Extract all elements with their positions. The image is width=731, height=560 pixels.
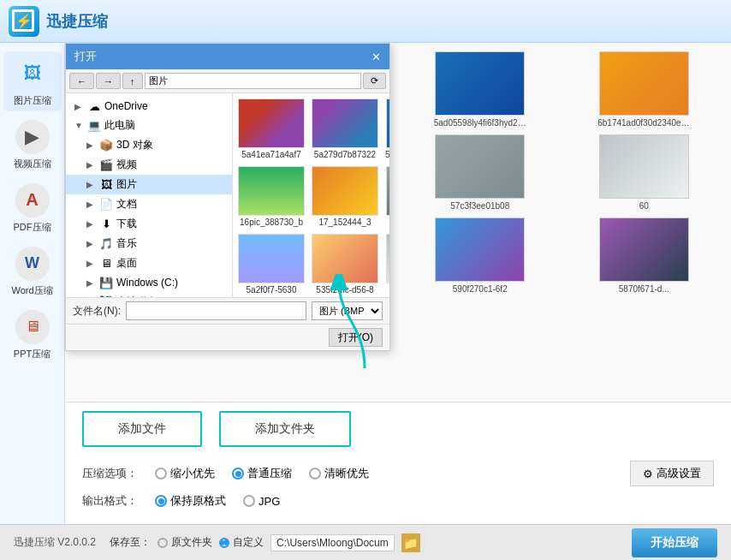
file-thumb-9[interactable]: 5a2f0f7-5630 [236, 232, 306, 296]
radio-clear-circle [309, 468, 321, 480]
file-browser-nav: ← → ↑ 图片 ⟳ [66, 69, 389, 93]
tree-item-pictures[interactable]: ▶ 🖼 图片 [66, 175, 232, 194]
sidebar-label-ppt: PPT压缩 [14, 348, 51, 360]
tree-item-windows-c[interactable]: ▶ 💾 Windows (C:) [66, 273, 232, 292]
nav-back-button[interactable]: ← [69, 73, 94, 89]
file-thumb-3[interactable]: 5ad05598ly4fi6f3hyd2xj21hc0u07wh(1) [383, 97, 389, 161]
file-browser-title: 打开 [74, 49, 97, 64]
status-bar: 迅捷压缩 V2.0.0.2 保存至： 原文件夹 自定义 C:\Users\Mlo… [0, 524, 731, 560]
tree-panel: ▶ ☁ OneDrive ▼ 💻 此电脑 ▶ 📦 3D 对象 [66, 93, 233, 297]
sidebar-item-word[interactable]: W Word压缩 [3, 241, 62, 301]
nav-refresh-button[interactable]: ⟳ [363, 73, 386, 89]
file-thumb-11[interactable]: 590f270c1-6f2 [383, 232, 389, 296]
sidebar-item-image[interactable]: 🖼 图片压缩 [3, 51, 62, 111]
pdf-icon: A [15, 183, 50, 217]
tree-label-video: 视频 [116, 158, 137, 172]
add-folder-button[interactable]: 添加文件夹 [219, 411, 351, 447]
file-thumb-2[interactable]: 5a279d7b87322 [310, 97, 380, 161]
radio-small-circle [155, 468, 167, 480]
output-format-label: 输出格式： [82, 493, 138, 509]
image-icon: 🖼 [15, 57, 50, 91]
tree-label-downloads: 下载 [116, 217, 137, 231]
tree-item-3d[interactable]: ▶ 📦 3D 对象 [66, 135, 232, 155]
file-thumb-10[interactable]: 535f2dfc-d56-8 [310, 232, 380, 296]
tree-item-music[interactable]: ▶ 🎵 音乐 [66, 234, 232, 253]
3d-icon: 📦 [98, 139, 114, 152]
file-browser-dialog: 打开 ✕ ← → ↑ 图片 ⟳ ▶ ☁ [65, 43, 390, 351]
expand-arrow: ▶ [74, 102, 86, 111]
compression-radio-group: 缩小优先 普通压缩 清晰优先 [155, 466, 369, 481]
nav-up-button[interactable]: ↑ [122, 73, 143, 89]
original-folder-label: 原文件夹 [171, 535, 212, 550]
tree-item-downloads[interactable]: ▶ ⬇ 下载 [66, 214, 232, 234]
radio-orig-circle [157, 538, 168, 548]
radio-small-label: 缩小优先 [170, 466, 215, 481]
open-button[interactable]: 打开(O) [329, 328, 383, 347]
ppt-icon: 🖥 [15, 310, 50, 344]
file-thumb-7[interactable]: 57c3f3ee01b08 [383, 164, 389, 229]
arrow-docs: ▶ [86, 200, 98, 209]
radio-clear-label: 清晰优先 [324, 466, 369, 481]
advanced-settings-button[interactable]: ⚙ 高级设置 [630, 461, 714, 486]
sidebar-label-pdf: PDF压缩 [14, 221, 51, 234]
radio-original[interactable]: 保持原格式 [155, 493, 226, 509]
browse-folder-button[interactable]: 📁 [401, 533, 420, 552]
downloads-folder-icon: ⬇ [98, 217, 114, 231]
app-title: 迅捷压缩 [46, 11, 108, 32]
music-folder-icon: 🎵 [98, 237, 114, 251]
file-thumb-1[interactable]: 5a41ea71a4af7 [236, 97, 306, 161]
sidebar-item-video[interactable]: ▶ 视频压缩 [3, 115, 62, 175]
version-label: 迅捷压缩 V2.0.0.2 [14, 535, 96, 550]
arrow-downloads: ▶ [86, 219, 98, 229]
save-path: C:\Users\Mloong\Docum [270, 534, 395, 551]
start-button[interactable]: 开始压缩 [632, 528, 717, 557]
radio-original-folder[interactable]: 原文件夹 [157, 535, 212, 550]
filetype-select[interactable]: 图片 (BMP [312, 301, 383, 320]
app-window: 迅捷压缩 🖼 图片压缩 ▶ 视频压缩 A PDF压缩 W Word压缩 🖥 [0, 0, 731, 560]
tree-label-3d: 3D 对象 [116, 138, 153, 152]
radio-small[interactable]: 缩小优先 [155, 466, 215, 481]
arrow-music: ▶ [86, 239, 98, 248]
radio-jpg-label: JPG [259, 495, 280, 508]
thumb-card-11: 590f270c1-6f2 [401, 217, 559, 294]
tree-label-windows-c: Windows (C:) [116, 277, 178, 289]
video-folder-icon: 🎬 [98, 158, 114, 172]
save-options: 保存至： 原文件夹 自定义 C:\Users\Mloong\Docum 📁 [110, 533, 420, 552]
file-browser-body: ▶ ☁ OneDrive ▼ 💻 此电脑 ▶ 📦 3D 对象 [66, 93, 389, 297]
nav-forward-button[interactable]: → [96, 73, 121, 89]
main-content: 5a41ea71a4af7 5a279d7b87322 5ad05598ly4f… [65, 43, 731, 524]
sidebar-label-image: 图片压缩 [14, 94, 51, 107]
filename-input[interactable] [126, 301, 306, 320]
gear-icon: ⚙ [643, 468, 653, 480]
radio-normal[interactable]: 普通压缩 [232, 466, 292, 481]
file-browser-footer: 文件名(N): 图片 (BMP [66, 297, 389, 324]
arrow-video: ▶ [86, 160, 98, 170]
radio-original-circle [155, 495, 167, 507]
output-format-row: 输出格式： 保持原格式 JPG [82, 493, 714, 509]
compression-options-row: 压缩选项： 缩小优先 普通压缩 清晰优先 [82, 461, 714, 486]
tree-item-video[interactable]: ▶ 🎬 视频 [66, 155, 232, 175]
word-icon: W [15, 247, 50, 281]
file-thumb-6[interactable]: 17_152444_3 [310, 164, 380, 229]
sidebar-item-ppt[interactable]: 🖥 PPT压缩 [3, 305, 62, 365]
sidebar: 🖼 图片压缩 ▶ 视频压缩 A PDF压缩 W Word压缩 🖥 PPT压缩 [0, 43, 65, 524]
sidebar-item-pdf[interactable]: A PDF压缩 [3, 178, 62, 238]
video-icon: ▶ [15, 120, 50, 154]
file-thumb-5[interactable]: 16pic_388730_b [236, 164, 306, 229]
content-area: 🖼 图片压缩 ▶ 视频压缩 A PDF压缩 W Word压缩 🖥 PPT压缩 [0, 43, 731, 524]
radio-clear[interactable]: 清晰优先 [309, 466, 369, 481]
tree-item-desktop[interactable]: ▶ 🖥 桌面 [66, 253, 232, 273]
tree-item-thispc[interactable]: ▼ 💻 此电脑 [66, 116, 232, 135]
radio-normal-circle [232, 468, 244, 480]
close-icon[interactable]: ✕ [371, 51, 381, 63]
add-file-button[interactable]: 添加文件 [82, 411, 202, 447]
radio-custom[interactable]: 自定义 [219, 535, 264, 550]
action-buttons: 添加文件 添加文件夹 [82, 411, 714, 447]
tree-item-onedrive[interactable]: ▶ ☁ OneDrive [66, 97, 232, 116]
tree-item-docs[interactable]: ▶ 📄 文档 [66, 194, 232, 214]
radio-jpg[interactable]: JPG [243, 495, 280, 508]
advanced-btn-label: 高级设置 [657, 466, 701, 481]
radio-jpg-circle [243, 495, 255, 507]
tree-label-pictures: 图片 [116, 177, 137, 192]
tree-label-desktop: 桌面 [116, 256, 137, 271]
